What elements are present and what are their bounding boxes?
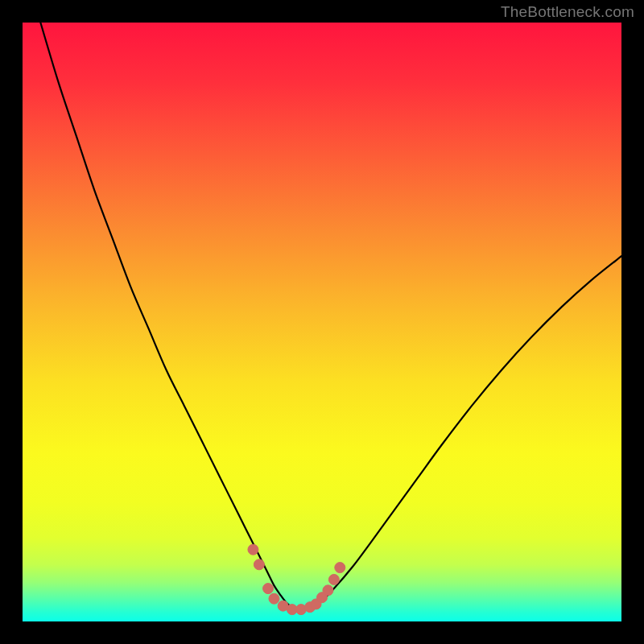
attribution-text: TheBottleneck.com <box>501 3 634 21</box>
data-marker <box>263 584 274 594</box>
data-marker <box>323 585 333 596</box>
data-marker <box>335 563 345 573</box>
data-marker <box>254 559 264 570</box>
plot-area <box>23 23 621 621</box>
data-marker <box>328 574 339 584</box>
chart-container: TheBottleneck.com <box>0 0 644 644</box>
bottleneck-curve-chart <box>23 23 621 621</box>
data-marker <box>248 544 258 555</box>
gradient-background <box>23 23 621 621</box>
data-marker <box>269 593 279 604</box>
